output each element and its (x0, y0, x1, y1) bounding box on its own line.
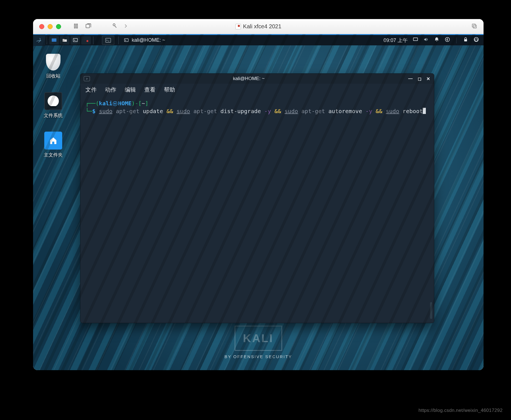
terminal-command-line: └─$ sudo apt-get update && sudo apt-get … (85, 107, 429, 115)
menu-view[interactable]: 查看 (144, 86, 155, 94)
svg-rect-1 (76, 24, 78, 28)
kali-logo: KALI (234, 326, 282, 351)
desktop-icons: 回收站 文件系统 主文件夹 (39, 54, 67, 158)
desktop-icon-filesystem[interactable]: 文件系统 (39, 92, 67, 119)
disk-icon (44, 92, 62, 110)
menu-edit[interactable]: 编辑 (125, 86, 136, 94)
kali-branding: KALI BY OFFENSIVE SECURITY (224, 326, 292, 359)
svg-rect-0 (75, 24, 76, 28)
menu-actions[interactable]: 动作 (105, 86, 116, 94)
vm-window: Kali xfce4 2021 KALI BY OFFENSIVE SECURI… (33, 19, 484, 370)
power-icon[interactable] (445, 37, 450, 44)
pause-icon[interactable] (73, 23, 79, 30)
svg-rect-3 (472, 24, 475, 27)
svg-rect-10 (124, 39, 128, 42)
volume-icon[interactable] (423, 37, 429, 44)
menu-file[interactable]: 文件 (85, 86, 97, 94)
logout-icon[interactable] (473, 37, 479, 44)
toolbar-icons (73, 23, 129, 30)
window-title-text: Kali xfce4 2021 (243, 23, 282, 30)
terminal-scrollbar[interactable] (430, 302, 432, 319)
taskbar-title: kali@HOME: ~ (132, 37, 165, 43)
terminal-window-controls: — ◻ ✕ (404, 76, 434, 81)
traffic-lights (39, 24, 61, 29)
svg-rect-4 (473, 25, 476, 28)
terminal-title-text: kali@HOME: ~ (93, 76, 404, 81)
trash-icon (46, 54, 61, 71)
pinned-record-icon[interactable] (81, 36, 91, 45)
workspace-icon[interactable] (413, 37, 418, 44)
kali-desktop: KALI BY OFFENSIVE SECURITY (33, 34, 484, 370)
terminal-body[interactable]: ┌──(kali㉿HOME)-[~] └─$ sudo apt-get upda… (80, 95, 434, 323)
panel-separator (93, 36, 94, 44)
home-icon (44, 132, 62, 150)
svg-rect-9 (106, 38, 111, 42)
pinned-desktop-icon[interactable] (49, 36, 59, 45)
maximize-button[interactable] (56, 24, 61, 29)
terminal-close-button[interactable]: ✕ (426, 76, 430, 81)
kali-panel: kali@HOME: ~ 09:07 上午 (33, 34, 484, 45)
vm-doc-icon (235, 24, 241, 29)
terminal-cursor (423, 108, 426, 114)
pinned-files-icon[interactable] (60, 36, 69, 45)
minimize-button[interactable] (48, 24, 53, 29)
watermark: https://blog.csdn.net/weixin_46017292 (419, 408, 503, 413)
desktop-icon-trash[interactable]: 回收站 (39, 54, 67, 79)
close-button[interactable] (39, 24, 44, 29)
clock[interactable]: 09:07 上午 (384, 37, 408, 44)
snapshot-icon[interactable] (85, 23, 91, 30)
terminal-minimize-button[interactable]: — (408, 76, 413, 81)
panel-separator (118, 36, 119, 44)
running-terminal-thumb[interactable] (102, 36, 114, 45)
svg-rect-6 (73, 38, 78, 42)
expand-icon[interactable] (471, 23, 477, 30)
panel-separator (47, 36, 47, 44)
terminal-titlebar[interactable]: kali@HOME: ~ — ◻ ✕ (80, 74, 434, 84)
system-tray: 09:07 上午 (379, 37, 484, 44)
terminal-menubar: 文件 动作 编辑 查看 帮助 (80, 84, 434, 95)
terminal-title-icon (84, 76, 90, 81)
pinned-apps (48, 36, 92, 45)
svg-point-8 (87, 40, 89, 42)
desktop-icon-label: 回收站 (39, 73, 67, 79)
svg-rect-2 (86, 24, 90, 28)
svg-rect-5 (52, 38, 57, 42)
desktop-icon-home[interactable]: 主文件夹 (39, 132, 67, 158)
taskbar-terminal-button[interactable]: kali@HOME: ~ (120, 34, 171, 45)
lock-icon[interactable] (463, 37, 468, 44)
terminal-maximize-button[interactable]: ◻ (418, 76, 421, 81)
settings-icon[interactable] (112, 23, 118, 30)
tray-separator (456, 37, 457, 43)
svg-rect-11 (414, 38, 418, 41)
notifications-icon[interactable] (434, 37, 440, 44)
menu-help[interactable]: 帮助 (164, 86, 175, 94)
terminal-window: kali@HOME: ~ — ◻ ✕ 文件 动作 编辑 查看 帮助 ┌──(ka… (80, 73, 434, 323)
svg-rect-13 (464, 39, 467, 41)
pinned-terminal-icon[interactable] (71, 36, 80, 45)
terminal-prompt-line: ┌──(kali㉿HOME)-[~] (85, 99, 429, 107)
forward-icon[interactable] (123, 23, 129, 30)
kali-menu-button[interactable] (33, 35, 45, 46)
desktop-icon-label: 文件系统 (39, 112, 67, 119)
desktop-icon-label: 主文件夹 (39, 152, 67, 158)
mac-titlebar: Kali xfce4 2021 (33, 19, 484, 34)
kali-tagline: BY OFFENSIVE SECURITY (224, 354, 292, 359)
